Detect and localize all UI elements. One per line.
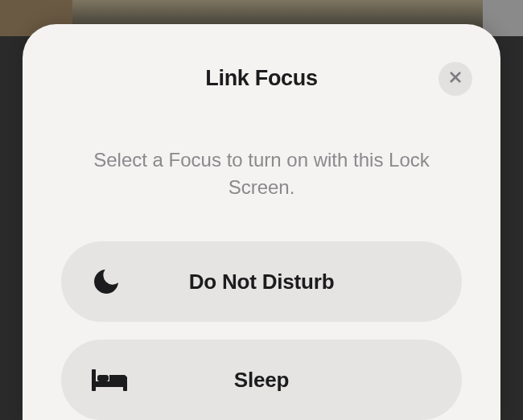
option-sleep[interactable]: Sleep: [61, 340, 462, 420]
option-do-not-disturb[interactable]: Do Not Disturb: [61, 241, 462, 322]
focus-options: Do Not Disturb Sleep: [61, 241, 462, 420]
moon-icon: [90, 266, 122, 298]
svg-rect-4: [92, 381, 127, 387]
svg-rect-2: [92, 369, 96, 391]
link-focus-sheet: Link Focus Select a Focus to turn on wit…: [23, 24, 500, 420]
close-icon: [448, 70, 463, 88]
bed-icon: [90, 364, 129, 396]
close-button[interactable]: [439, 62, 472, 96]
sheet-header: Link Focus: [61, 56, 462, 100]
sheet-subtitle: Select a Focus to turn on with this Lock…: [61, 146, 462, 201]
svg-rect-5: [97, 375, 109, 381]
sheet-title: Link Focus: [205, 66, 318, 91]
